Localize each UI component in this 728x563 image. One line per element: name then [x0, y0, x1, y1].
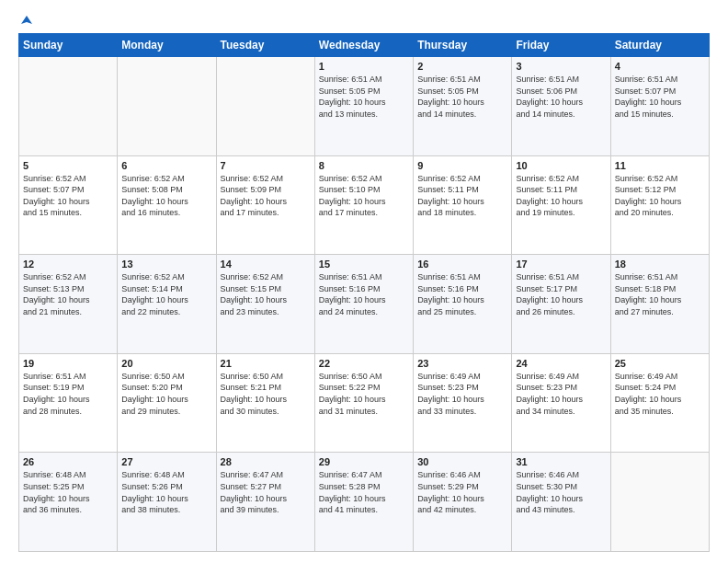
calendar-cell	[19, 57, 118, 156]
day-number: 29	[319, 456, 409, 467]
day-number: 3	[516, 61, 606, 72]
day-info: Sunrise: 6:47 AM Sunset: 5:27 PM Dayligh…	[221, 469, 311, 515]
day-number: 26	[23, 456, 113, 467]
day-info: Sunrise: 6:51 AM Sunset: 5:17 PM Dayligh…	[516, 271, 606, 317]
day-number: 19	[23, 358, 113, 369]
day-info: Sunrise: 6:51 AM Sunset: 5:18 PM Dayligh…	[615, 271, 705, 317]
calendar-week-5: 26Sunrise: 6:48 AM Sunset: 5:25 PM Dayli…	[19, 453, 710, 552]
day-info: Sunrise: 6:50 AM Sunset: 5:22 PM Dayligh…	[319, 371, 409, 417]
day-number: 28	[221, 456, 311, 467]
day-number: 30	[417, 456, 507, 467]
calendar-cell: 4Sunrise: 6:51 AM Sunset: 5:07 PM Daylig…	[610, 57, 709, 156]
day-info: Sunrise: 6:51 AM Sunset: 5:07 PM Dayligh…	[615, 74, 705, 120]
calendar-cell: 3Sunrise: 6:51 AM Sunset: 5:06 PM Daylig…	[512, 57, 610, 156]
calendar-cell: 14Sunrise: 6:52 AM Sunset: 5:15 PM Dayli…	[216, 255, 314, 354]
calendar-week-1: 1Sunrise: 6:51 AM Sunset: 5:05 PM Daylig…	[19, 57, 710, 156]
day-number: 10	[516, 160, 606, 171]
calendar-cell: 2Sunrise: 6:51 AM Sunset: 5:05 PM Daylig…	[414, 57, 512, 156]
calendar-cell: 7Sunrise: 6:52 AM Sunset: 5:09 PM Daylig…	[216, 155, 314, 255]
header	[18, 15, 710, 26]
calendar-cell: 21Sunrise: 6:50 AM Sunset: 5:21 PM Dayli…	[216, 353, 314, 453]
weekday-header-monday: Monday	[118, 34, 216, 57]
day-info: Sunrise: 6:52 AM Sunset: 5:12 PM Dayligh…	[615, 173, 705, 219]
day-info: Sunrise: 6:51 AM Sunset: 5:19 PM Dayligh…	[23, 371, 113, 417]
weekday-header-thursday: Thursday	[414, 34, 512, 57]
day-number: 17	[516, 259, 606, 270]
day-number: 27	[121, 456, 211, 467]
day-number: 9	[417, 160, 507, 171]
day-info: Sunrise: 6:51 AM Sunset: 5:05 PM Dayligh…	[319, 74, 409, 120]
calendar-cell: 30Sunrise: 6:46 AM Sunset: 5:29 PM Dayli…	[414, 453, 512, 552]
calendar-week-3: 12Sunrise: 6:52 AM Sunset: 5:13 PM Dayli…	[19, 255, 710, 354]
day-info: Sunrise: 6:49 AM Sunset: 5:23 PM Dayligh…	[417, 371, 507, 417]
day-info: Sunrise: 6:51 AM Sunset: 5:05 PM Dayligh…	[417, 74, 507, 120]
calendar-cell: 9Sunrise: 6:52 AM Sunset: 5:11 PM Daylig…	[414, 155, 512, 255]
day-info: Sunrise: 6:48 AM Sunset: 5:25 PM Dayligh…	[23, 469, 113, 515]
calendar-cell: 11Sunrise: 6:52 AM Sunset: 5:12 PM Dayli…	[610, 155, 709, 255]
day-info: Sunrise: 6:51 AM Sunset: 5:16 PM Dayligh…	[319, 271, 409, 317]
calendar-week-4: 19Sunrise: 6:51 AM Sunset: 5:19 PM Dayli…	[19, 353, 710, 453]
day-number: 16	[417, 259, 507, 270]
day-number: 8	[319, 160, 409, 171]
day-number: 18	[615, 259, 705, 270]
logo-bird-icon	[20, 15, 33, 28]
day-number: 13	[121, 259, 211, 270]
day-number: 1	[319, 61, 409, 72]
weekday-header-wednesday: Wednesday	[314, 34, 413, 57]
day-info: Sunrise: 6:51 AM Sunset: 5:06 PM Dayligh…	[516, 74, 606, 120]
day-number: 22	[319, 358, 409, 369]
day-number: 24	[516, 358, 606, 369]
calendar-cell: 27Sunrise: 6:48 AM Sunset: 5:26 PM Dayli…	[118, 453, 216, 552]
day-number: 14	[221, 259, 311, 270]
day-number: 25	[615, 358, 705, 369]
calendar-cell: 22Sunrise: 6:50 AM Sunset: 5:22 PM Dayli…	[314, 353, 413, 453]
day-number: 15	[319, 259, 409, 270]
calendar-cell: 25Sunrise: 6:49 AM Sunset: 5:24 PM Dayli…	[610, 353, 709, 453]
day-info: Sunrise: 6:49 AM Sunset: 5:24 PM Dayligh…	[615, 371, 705, 417]
day-info: Sunrise: 6:52 AM Sunset: 5:10 PM Dayligh…	[319, 173, 409, 219]
day-info: Sunrise: 6:47 AM Sunset: 5:28 PM Dayligh…	[319, 469, 409, 515]
day-info: Sunrise: 6:52 AM Sunset: 5:07 PM Dayligh…	[23, 173, 113, 219]
day-number: 6	[121, 160, 211, 171]
day-info: Sunrise: 6:52 AM Sunset: 5:09 PM Dayligh…	[221, 173, 311, 219]
calendar-cell: 13Sunrise: 6:52 AM Sunset: 5:14 PM Dayli…	[118, 255, 216, 354]
calendar-cell: 31Sunrise: 6:46 AM Sunset: 5:30 PM Dayli…	[512, 453, 610, 552]
calendar-week-2: 5Sunrise: 6:52 AM Sunset: 5:07 PM Daylig…	[19, 155, 710, 255]
calendar-cell: 26Sunrise: 6:48 AM Sunset: 5:25 PM Dayli…	[19, 453, 118, 552]
day-number: 4	[615, 61, 705, 72]
day-number: 12	[23, 259, 113, 270]
weekday-header-row: SundayMondayTuesdayWednesdayThursdayFrid…	[19, 34, 710, 57]
day-info: Sunrise: 6:52 AM Sunset: 5:14 PM Dayligh…	[121, 271, 211, 317]
calendar-cell: 23Sunrise: 6:49 AM Sunset: 5:23 PM Dayli…	[414, 353, 512, 453]
calendar-cell: 10Sunrise: 6:52 AM Sunset: 5:11 PM Dayli…	[512, 155, 610, 255]
day-number: 7	[221, 160, 311, 171]
day-info: Sunrise: 6:52 AM Sunset: 5:11 PM Dayligh…	[516, 173, 606, 219]
day-info: Sunrise: 6:48 AM Sunset: 5:26 PM Dayligh…	[121, 469, 211, 515]
day-info: Sunrise: 6:46 AM Sunset: 5:29 PM Dayligh…	[417, 469, 507, 515]
day-number: 23	[417, 358, 507, 369]
day-number: 20	[121, 358, 211, 369]
calendar-cell	[216, 57, 314, 156]
calendar-cell: 5Sunrise: 6:52 AM Sunset: 5:07 PM Daylig…	[19, 155, 118, 255]
day-info: Sunrise: 6:50 AM Sunset: 5:21 PM Dayligh…	[221, 371, 311, 417]
day-number: 31	[516, 456, 606, 467]
day-number: 21	[221, 358, 311, 369]
calendar-table: SundayMondayTuesdayWednesdayThursdayFrid…	[18, 33, 710, 552]
day-info: Sunrise: 6:51 AM Sunset: 5:16 PM Dayligh…	[417, 271, 507, 317]
calendar-cell: 6Sunrise: 6:52 AM Sunset: 5:08 PM Daylig…	[118, 155, 216, 255]
day-info: Sunrise: 6:52 AM Sunset: 5:08 PM Dayligh…	[121, 173, 211, 219]
day-info: Sunrise: 6:52 AM Sunset: 5:11 PM Dayligh…	[417, 173, 507, 219]
calendar-cell: 19Sunrise: 6:51 AM Sunset: 5:19 PM Dayli…	[19, 353, 118, 453]
day-info: Sunrise: 6:52 AM Sunset: 5:13 PM Dayligh…	[23, 271, 113, 317]
calendar-cell: 29Sunrise: 6:47 AM Sunset: 5:28 PM Dayli…	[314, 453, 413, 552]
day-info: Sunrise: 6:50 AM Sunset: 5:20 PM Dayligh…	[121, 371, 211, 417]
calendar-cell: 17Sunrise: 6:51 AM Sunset: 5:17 PM Dayli…	[512, 255, 610, 354]
day-info: Sunrise: 6:46 AM Sunset: 5:30 PM Dayligh…	[516, 469, 606, 515]
calendar-cell: 8Sunrise: 6:52 AM Sunset: 5:10 PM Daylig…	[314, 155, 413, 255]
calendar-cell: 28Sunrise: 6:47 AM Sunset: 5:27 PM Dayli…	[216, 453, 314, 552]
logo	[18, 15, 33, 26]
calendar-cell: 18Sunrise: 6:51 AM Sunset: 5:18 PM Dayli…	[610, 255, 709, 354]
calendar-cell: 16Sunrise: 6:51 AM Sunset: 5:16 PM Dayli…	[414, 255, 512, 354]
day-info: Sunrise: 6:52 AM Sunset: 5:15 PM Dayligh…	[221, 271, 311, 317]
weekday-header-saturday: Saturday	[610, 34, 709, 57]
